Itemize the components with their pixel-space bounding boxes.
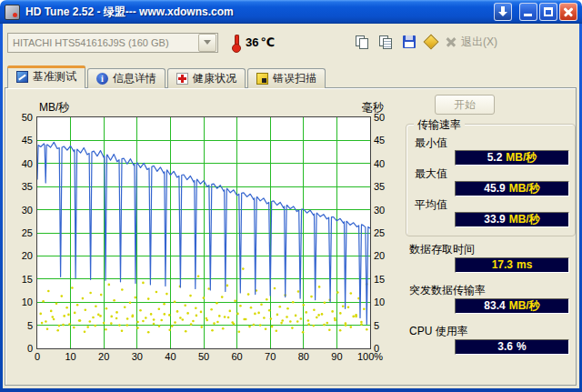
access-time-value: 17.3: [492, 258, 513, 272]
right-ticks-label: 15: [374, 274, 385, 285]
window-border-bottom: [0, 388, 582, 392]
x-ticks-label: 30: [119, 351, 156, 362]
burst-rate-unit: MB/秒: [509, 299, 540, 313]
copy-icon: [356, 35, 369, 49]
temperature-unit: ℃: [260, 35, 275, 49]
maximize-button[interactable]: [539, 3, 557, 21]
right-ticks-label: 10: [374, 297, 385, 307]
titlebar[interactable]: HD Tune 2.52 - 绿盟--- www.xdowns.com: [0, 0, 582, 24]
x-ticks-label: 0: [19, 351, 55, 362]
right-ticks-label: 35: [374, 181, 385, 192]
average-unit: MB/秒: [509, 213, 540, 226]
window-controls: [494, 3, 577, 21]
client-area: HITACHI HTS541616J9S (160 GB) 36℃ 退出(X) …: [3, 24, 579, 388]
left-ticks-label: 35: [22, 181, 33, 192]
exit-button[interactable]: 退出(X): [446, 33, 497, 51]
minimum-label: 最小值: [415, 136, 447, 151]
access-time-unit: ms: [517, 258, 532, 272]
thermometer-icon: [232, 34, 241, 52]
access-time-badge: 17.3 ms: [455, 257, 569, 273]
exit-label: 退出(X): [461, 35, 497, 50]
tab-error-scan-label: 错误扫描: [273, 71, 316, 86]
window-title: HD Tune 2.52 - 绿盟--- www.xdowns.com: [25, 5, 494, 20]
left-ticks-label: 40: [22, 158, 33, 169]
burst-rate-value: 83.4: [484, 299, 505, 313]
down-arrow-icon: [501, 6, 505, 12]
x-ticks-label: 70: [252, 351, 288, 362]
right-ticks-label: 40: [374, 158, 385, 169]
tab-health-label: 健康状况: [193, 71, 236, 86]
left-axis-label: MB/秒: [39, 100, 69, 116]
error-scan-icon: [256, 73, 268, 85]
transfer-rate-group-title: 传输速率: [414, 117, 465, 133]
left-ticks-label: 45: [22, 135, 33, 146]
average-value-badge: 33.9 MB/秒: [455, 212, 569, 227]
start-button[interactable]: 开始: [435, 95, 495, 115]
minimum-unit: MB/秒: [506, 151, 537, 165]
left-ticks-label: 15: [22, 274, 33, 285]
options-icon: [424, 35, 439, 50]
x-axis-ticks: 0102030405060708090100%: [37, 351, 370, 364]
minimize-icon: [524, 14, 532, 16]
left-ticks-label: 20: [22, 250, 33, 261]
maximum-value: 45.9: [484, 182, 505, 196]
maximum-unit: MB/秒: [509, 182, 540, 196]
tab-health[interactable]: 健康状况: [167, 68, 246, 88]
left-axis-ticks: 50454035302520151050: [8, 117, 33, 348]
cpu-usage-label: CPU 使用率: [409, 324, 468, 339]
right-ticks-label: 25: [374, 227, 385, 238]
download-button[interactable]: [494, 3, 512, 21]
right-ticks-label: 30: [374, 205, 385, 216]
benchmark-icon: [16, 71, 28, 83]
left-ticks-label: 10: [22, 297, 33, 307]
left-ticks-label: 5: [27, 320, 33, 331]
burst-rate-badge: 83.4 MB/秒: [455, 298, 569, 314]
cpu-usage-value: 3.6: [497, 340, 513, 354]
right-ticks-label: 45: [374, 135, 385, 146]
drive-select-dropdown-button[interactable]: [198, 34, 216, 52]
maximize-icon: [544, 7, 553, 16]
tab-benchmark[interactable]: 基准测试: [7, 65, 85, 88]
close-icon: [560, 4, 577, 20]
benchmark-chart: [36, 116, 371, 349]
left-ticks-label: 25: [22, 227, 33, 238]
right-ticks-label: 5: [374, 320, 379, 331]
close-button[interactable]: [559, 3, 577, 21]
right-ticks-label: 50: [374, 112, 385, 123]
x-ticks-label: 90: [318, 351, 355, 362]
info-icon: [96, 73, 108, 85]
x-ticks-label: 40: [152, 351, 188, 362]
average-label: 平均值: [415, 197, 447, 213]
options-button[interactable]: [420, 31, 442, 53]
maximum-value-badge: 45.9 MB/秒: [455, 181, 569, 196]
hd-tune-window: HD Tune 2.52 - 绿盟--- www.xdowns.com HITA…: [0, 0, 582, 392]
x-ticks-label: 10: [53, 351, 89, 362]
save-screenshot-button[interactable]: [398, 31, 420, 53]
minimize-button[interactable]: [519, 3, 537, 21]
x-ticks-label: 20: [85, 351, 122, 362]
copy-screenshot-button[interactable]: [351, 31, 373, 53]
tab-benchmark-label: 基准测试: [33, 69, 76, 85]
left-ticks-label: 50: [22, 112, 33, 123]
right-ticks-label: 20: [374, 250, 385, 261]
drive-select[interactable]: HITACHI HTS541616J9S (160 GB): [7, 33, 218, 53]
x-ticks-label: 80: [286, 351, 322, 362]
burst-rate-label: 突发数据传输率: [409, 283, 486, 298]
temperature-readout: 36℃: [246, 35, 276, 49]
copy-text-button[interactable]: [375, 31, 396, 53]
exit-x-icon: [446, 36, 457, 47]
tab-bar: 基准测试 信息详情 健康状况 错误扫描: [7, 65, 327, 88]
access-time-label: 数据存取时间: [409, 242, 475, 257]
tab-info-label: 信息详情: [113, 71, 156, 86]
cpu-usage-badge: 3.6 %: [455, 339, 569, 355]
maximum-label: 最大值: [415, 166, 447, 182]
tab-info[interactable]: 信息详情: [87, 68, 166, 88]
minimum-value: 5.2: [487, 151, 503, 165]
health-cross-icon: [176, 73, 188, 85]
x-ticks-label: 60: [219, 351, 256, 362]
cpu-usage-unit: %: [517, 340, 527, 354]
tab-error-scan[interactable]: 错误扫描: [247, 68, 326, 88]
left-ticks-label: 30: [22, 205, 33, 216]
minimum-value-badge: 5.2 MB/秒: [455, 150, 569, 166]
chevron-down-icon: [204, 40, 211, 48]
